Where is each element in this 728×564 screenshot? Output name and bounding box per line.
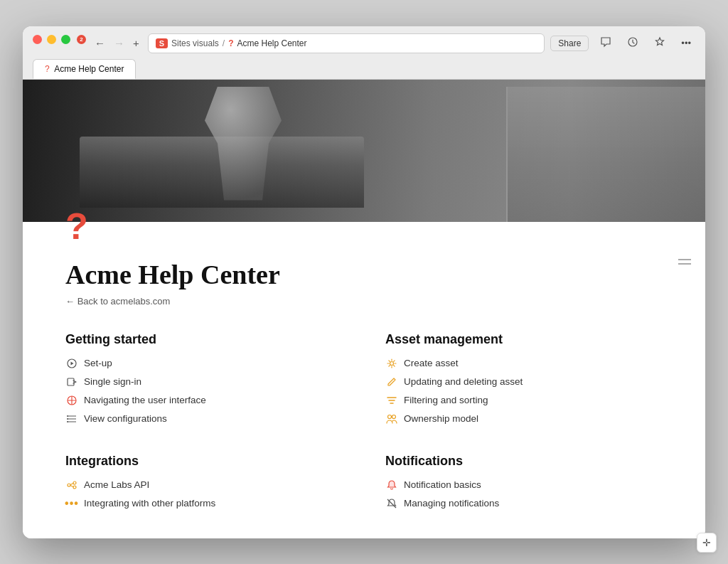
page-content: ? Acme Help Center ← Back to acmelabs.co… — [23, 80, 705, 538]
svg-point-11 — [67, 421, 68, 422]
back-nav-button[interactable]: ← — [92, 36, 108, 50]
link-filter-sort-label: Filtering and sorting — [404, 395, 488, 405]
svg-line-19 — [70, 485, 73, 486]
comment-button[interactable] — [596, 34, 616, 52]
section-links-getting-started: Set-up Single sign-in Navi — [65, 357, 343, 425]
compass-icon — [65, 394, 78, 407]
browser-window: 2 ← → + S Sites visuals / ? Acme Help Ce… — [23, 26, 705, 538]
link-acme-api[interactable]: Acme Labs API — [65, 479, 343, 491]
link-notification-basics[interactable]: Notification basics — [385, 479, 663, 491]
comment-icon — [600, 36, 611, 48]
svg-point-12 — [390, 361, 394, 365]
section-title-asset-management: Asset management — [385, 332, 663, 347]
corner-action-button[interactable]: ✛ — [697, 533, 705, 538]
link-integrating-platforms-label: Integrating with other platforms — [84, 498, 215, 509]
svg-point-13 — [388, 415, 392, 418]
bell-off-icon — [385, 497, 398, 510]
tabs-row: ? Acme Help Center — [33, 59, 695, 79]
filter-icon — [385, 394, 398, 407]
link-view-configs-label: View configurations — [84, 413, 167, 424]
new-tab-button[interactable]: + — [130, 36, 142, 50]
section-links-asset-management: Create asset Updating and deleting asset — [385, 357, 663, 425]
back-arrow: ← — [65, 296, 75, 307]
active-tab[interactable]: ? Acme Help Center — [33, 59, 136, 79]
link-create-asset-label: Create asset — [404, 358, 459, 368]
svg-point-14 — [392, 415, 396, 418]
traffic-lights: 2 — [33, 35, 86, 44]
link-update-delete-asset[interactable]: Updating and deleting asset — [385, 376, 663, 388]
link-navigate-ui-label: Navigating the user interface — [84, 395, 206, 405]
tab-icon: ? — [45, 64, 50, 74]
section-links-notifications: Notification basics Managing notificatio… — [385, 479, 663, 510]
hero-cabinet — [506, 87, 705, 222]
back-link[interactable]: ← Back to acmelabs.com — [65, 296, 663, 307]
link-view-configs[interactable]: View configurations — [65, 413, 343, 425]
link-update-delete-asset-label: Updating and deleting asset — [404, 376, 523, 387]
notification-badge: 2 — [77, 35, 86, 44]
section-integrations: Integrations Acme Labs API ••• Integrati… — [65, 454, 343, 510]
people-icon — [385, 413, 398, 425]
forward-nav-button[interactable]: → — [111, 36, 127, 50]
link-sso-label: Single sign-in — [84, 376, 141, 387]
star-button[interactable] — [650, 34, 670, 52]
section-title-getting-started: Getting started — [65, 332, 343, 347]
close-button[interactable] — [33, 35, 42, 44]
link-acme-api-label: Acme Labs API — [84, 479, 149, 490]
back-link-prefix: Back to — [77, 296, 111, 307]
play-icon — [65, 357, 78, 370]
star-icon — [654, 36, 665, 48]
svg-line-18 — [70, 483, 73, 484]
share-button[interactable]: Share — [550, 36, 589, 51]
link-setup[interactable]: Set-up — [65, 357, 343, 370]
pencil-icon — [385, 376, 398, 388]
address-bar[interactable]: S Sites visuals / ? Acme Help Center — [148, 33, 545, 53]
hero-image — [23, 80, 705, 222]
section-notifications: Notifications Notification basics — [385, 454, 663, 510]
link-navigate-ui[interactable]: Navigating the user interface — [65, 394, 343, 407]
link-integrating-platforms[interactable]: ••• Integrating with other platforms — [65, 497, 343, 510]
svg-point-16 — [73, 481, 76, 484]
section-asset-management: Asset management Create asset — [385, 332, 663, 425]
list-icon — [65, 413, 78, 425]
link-ownership-model-label: Ownership model — [404, 413, 478, 424]
breadcrumb-sep: / — [223, 38, 225, 48]
svg-point-9 — [67, 415, 68, 417]
svg-point-10 — [67, 418, 68, 420]
nav-buttons: ← → + — [92, 36, 142, 50]
signin-icon — [65, 376, 78, 388]
page-main-title: Acme Help Center — [65, 259, 663, 290]
more-button[interactable]: ••• — [677, 36, 695, 50]
history-button[interactable] — [623, 34, 643, 52]
page-icon-wrapper: ? — [23, 208, 705, 245]
link-setup-label: Set-up — [84, 358, 112, 368]
bell-icon — [385, 479, 398, 491]
link-filter-sort[interactable]: Filtering and sorting — [385, 394, 663, 407]
page-icon: ? — [228, 38, 233, 48]
maximize-button[interactable] — [61, 35, 70, 44]
tab-label: Acme Help Center — [54, 64, 124, 74]
section-title-notifications: Notifications — [385, 454, 663, 469]
link-notification-basics-label: Notification basics — [404, 479, 481, 490]
link-create-asset[interactable]: Create asset — [385, 357, 663, 370]
page-title-addr: Acme Help Center — [237, 38, 307, 48]
link-ownership-model[interactable]: Ownership model — [385, 413, 663, 425]
link-sso[interactable]: Single sign-in — [65, 376, 343, 388]
browser-chrome: 2 ← → + S Sites visuals / ? Acme Help Ce… — [23, 26, 705, 80]
dots-icon: ••• — [65, 497, 78, 510]
section-title-integrations: Integrations — [65, 454, 343, 469]
back-link-url[interactable]: acmelabs.com — [111, 296, 171, 307]
api-icon — [65, 479, 78, 491]
page-body: Acme Help Center ← Back to acmelabs.com … — [23, 259, 705, 538]
link-managing-notifications[interactable]: Managing notifications — [385, 497, 663, 510]
sections-grid: Getting started Set-up Singl — [65, 332, 663, 510]
gear-icon — [385, 357, 398, 370]
page-big-icon: ? — [65, 208, 88, 245]
svg-rect-2 — [68, 378, 74, 385]
svg-point-17 — [73, 486, 76, 489]
link-managing-notifications-label: Managing notifications — [404, 498, 499, 509]
svg-point-15 — [68, 484, 70, 486]
site-icon: S — [156, 38, 168, 48]
history-icon — [627, 36, 638, 48]
minimize-button[interactable] — [47, 35, 56, 44]
collapse-icon[interactable] — [678, 259, 691, 265]
